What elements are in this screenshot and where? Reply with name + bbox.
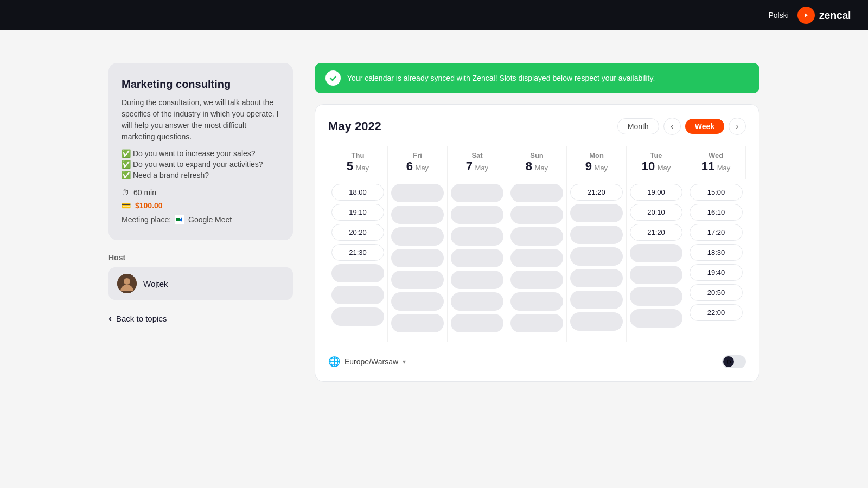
price-value: $100.00 xyxy=(135,201,163,210)
day-name-sun: Sun xyxy=(507,151,566,159)
day-name-mon: Mon xyxy=(567,151,626,159)
calendar-title: May 2022 xyxy=(328,119,381,133)
sync-banner: Your calendar is already synced with Zen… xyxy=(315,63,760,93)
slots-thu: 18:00 19:10 20:20 21:30 xyxy=(328,179,388,342)
host-section: Host Wojtek xyxy=(108,253,293,300)
slot-sat-empty-7 xyxy=(451,314,503,332)
day-num-sat: 7 May xyxy=(466,163,488,172)
slots-sun xyxy=(507,179,567,342)
slot-wed-1500[interactable]: 15:00 xyxy=(690,184,743,201)
slot-fri-empty-7 xyxy=(391,314,444,332)
back-to-topics-link[interactable]: ‹ Back to topics xyxy=(108,313,293,324)
event-description: During the consultation, we will talk ab… xyxy=(122,97,280,143)
duration-value: 60 min xyxy=(133,188,156,197)
slot-thu-2020[interactable]: 20:20 xyxy=(331,224,384,241)
slot-fri-empty-6 xyxy=(391,292,444,311)
logo-icon xyxy=(797,7,815,24)
slot-tue-empty-4 xyxy=(630,309,682,328)
slot-thu-empty-3 xyxy=(331,307,384,326)
slot-wed-1610[interactable]: 16:10 xyxy=(690,204,743,221)
checklist: ✅ Do you want to increase your sales? ✅ … xyxy=(122,149,280,179)
slot-mon-empty-6 xyxy=(570,312,623,331)
host-label: Host xyxy=(108,253,293,262)
day-num-fri: 6 May xyxy=(406,163,429,172)
week-view-button[interactable]: Week xyxy=(685,119,724,134)
left-panel: Marketing consulting During the consulta… xyxy=(108,63,293,324)
checklist-item-2: ✅ Do you want to expand your activities? xyxy=(122,160,280,169)
price-row: 💳 $100.00 xyxy=(122,201,280,210)
slot-sat-empty-4 xyxy=(451,249,503,267)
slot-tue-1900[interactable]: 19:00 xyxy=(630,184,682,201)
google-meet-icon xyxy=(174,214,185,225)
day-header-sun: Sun 8 May xyxy=(507,146,567,179)
slot-fri-empty-4 xyxy=(391,249,444,267)
clock-icon: ⏱ xyxy=(122,188,129,197)
slot-mon-empty-5 xyxy=(570,291,623,309)
slot-sat-empty-1 xyxy=(451,184,503,202)
prev-week-button[interactable]: ‹ xyxy=(663,118,681,135)
dark-mode-icon: ⚙ xyxy=(726,359,731,365)
day-num-mon: 9 May xyxy=(585,163,608,172)
slot-tue-2120[interactable]: 21:20 xyxy=(630,224,682,241)
slot-tue-empty-2 xyxy=(630,266,682,284)
sync-banner-text: Your calendar is already synced with Zen… xyxy=(347,74,655,82)
chevron-left-icon: ‹ xyxy=(108,313,112,324)
svg-rect-2 xyxy=(176,218,180,221)
language-selector[interactable]: Polski xyxy=(768,11,788,20)
slot-mon-empty-1 xyxy=(570,204,623,222)
slot-tue-empty-3 xyxy=(630,287,682,306)
slots-tue: 19:00 20:10 21:20 xyxy=(627,179,686,342)
calendar-footer: 🌐 Europe/Warsaw ▾ ⚙ xyxy=(328,353,746,368)
slot-thu-1910[interactable]: 19:10 xyxy=(331,204,384,221)
main-content: Marketing consulting During the consulta… xyxy=(0,30,868,414)
day-name-tue: Tue xyxy=(627,151,686,159)
day-header-wed: Wed 11 May xyxy=(686,146,746,179)
toggle-knob: ⚙ xyxy=(723,356,734,367)
calendar-header: May 2022 Month ‹ Week › xyxy=(328,118,746,135)
dark-mode-toggle[interactable]: ⚙ xyxy=(722,355,746,368)
calendar-grid: Thu 5 May Fri 6 May Sat 7 xyxy=(328,146,746,342)
slot-thu-2130[interactable]: 21:30 xyxy=(331,244,384,261)
avatar xyxy=(117,274,137,293)
calendar-controls: Month ‹ Week › xyxy=(617,118,746,135)
slot-fri-empty-2 xyxy=(391,206,444,224)
slot-wed-2050[interactable]: 20:50 xyxy=(690,284,743,301)
month-view-button[interactable]: Month xyxy=(617,118,659,134)
slot-sun-empty-2 xyxy=(510,206,563,224)
slot-thu-empty-1 xyxy=(331,264,384,282)
info-card: Marketing consulting During the consulta… xyxy=(108,63,293,240)
host-name: Wojtek xyxy=(143,279,168,288)
day-header-mon: Mon 9 May xyxy=(567,146,627,179)
globe-icon: 🌐 xyxy=(328,356,340,368)
slot-sat-empty-2 xyxy=(451,206,503,224)
slot-thu-empty-2 xyxy=(331,286,384,304)
slot-sun-empty-4 xyxy=(510,249,563,267)
slot-tue-empty-1 xyxy=(630,244,682,262)
checklist-item-1: ✅ Do you want to increase your sales? xyxy=(122,149,280,158)
next-week-button[interactable]: › xyxy=(729,118,746,135)
credit-card-icon: 💳 xyxy=(122,201,131,210)
slot-wed-1720[interactable]: 17:20 xyxy=(690,224,743,241)
host-card: Wojtek xyxy=(108,267,293,300)
day-name-fri: Fri xyxy=(388,151,447,159)
day-header-fri: Fri 6 May xyxy=(388,146,448,179)
slot-mon-empty-2 xyxy=(570,226,623,244)
slot-wed-1940[interactable]: 19:40 xyxy=(690,264,743,281)
toggle-pill[interactable]: ⚙ xyxy=(722,355,746,368)
slots-wed: 15:00 16:10 17:20 18:30 19:40 20:50 22:0… xyxy=(686,179,746,342)
day-header-thu: Thu 5 May xyxy=(328,146,388,179)
timezone-selector[interactable]: 🌐 Europe/Warsaw ▾ xyxy=(328,356,406,368)
slot-mon-empty-4 xyxy=(570,269,623,287)
slot-mon-2120[interactable]: 21:20 xyxy=(570,184,623,201)
slot-wed-1830[interactable]: 18:30 xyxy=(690,244,743,261)
day-num-thu: 5 May xyxy=(347,163,369,172)
slots-sat xyxy=(448,179,507,342)
timezone-text: Europe/Warsaw xyxy=(344,357,398,366)
calendar-widget: May 2022 Month ‹ Week › Thu 5 May xyxy=(315,104,760,382)
slot-sun-empty-6 xyxy=(510,292,563,311)
slot-wed-2200[interactable]: 22:00 xyxy=(690,304,743,321)
slot-thu-1800[interactable]: 18:00 xyxy=(331,184,384,201)
day-header-sat: Sat 7 May xyxy=(448,146,507,179)
slot-tue-2010[interactable]: 20:10 xyxy=(630,204,682,221)
svg-point-4 xyxy=(124,278,130,285)
